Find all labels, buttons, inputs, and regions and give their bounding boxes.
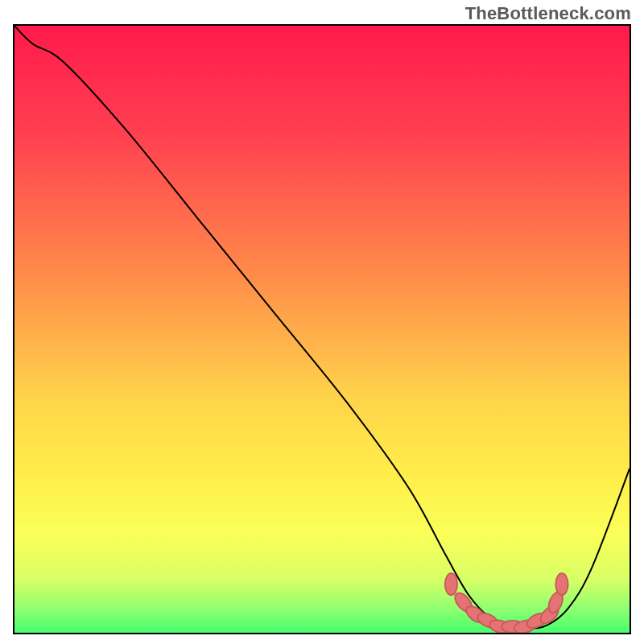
plot-area xyxy=(13,24,631,634)
marker-point xyxy=(555,573,568,595)
watermark-text: TheBottleneck.com xyxy=(465,3,631,24)
marker-point xyxy=(445,573,457,595)
chart-frame: TheBottleneck.com xyxy=(0,0,644,644)
bottleneck-curve xyxy=(14,26,630,628)
curve-layer xyxy=(14,26,630,633)
